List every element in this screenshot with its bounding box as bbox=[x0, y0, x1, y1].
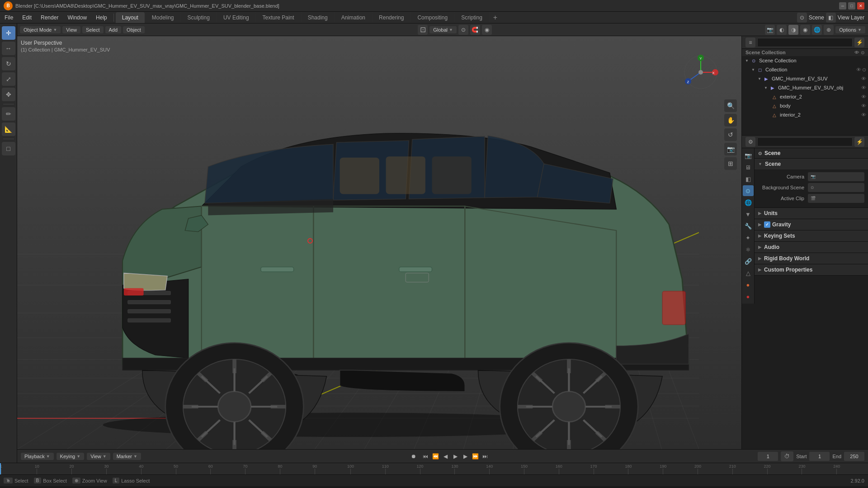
camera-icon[interactable]: 📷 bbox=[765, 25, 775, 35]
rigid-body-world-header[interactable]: ▶ Rigid Body World bbox=[755, 253, 868, 264]
eye-gmc-obj[interactable]: 👁 bbox=[861, 85, 866, 90]
viewport-3d[interactable]: User Perspective (1) Collection | GMC_Hu… bbox=[17, 36, 741, 449]
outliner-type-icon[interactable]: ≡ bbox=[745, 38, 755, 47]
timeline-view-menu[interactable]: View ▼ bbox=[87, 453, 110, 460]
outliner-search[interactable] bbox=[757, 38, 853, 47]
render-mode-3[interactable]: ◉ bbox=[800, 25, 810, 35]
navigation-gizmo[interactable]: X Y Z bbox=[683, 54, 719, 90]
prop-data-icon[interactable]: △ bbox=[743, 267, 754, 278]
playback-menu[interactable]: Playback ▼ bbox=[21, 453, 54, 460]
camera-tool-2[interactable]: 📷 bbox=[724, 143, 737, 155]
frame-track[interactable]: 1102030405060708090100110120130140150160… bbox=[0, 463, 868, 474]
outliner-item-gmc-suv[interactable]: ▼ ▶ GMC_Hummer_EV_SUV 👁 bbox=[742, 74, 868, 83]
snap-btn[interactable]: 🧲 bbox=[470, 25, 480, 35]
prop-object-icon[interactable]: ▼ bbox=[743, 209, 754, 220]
tool-scale[interactable]: ⤢ bbox=[2, 72, 15, 86]
keying-sets-section-header[interactable]: ▶ Keying Sets bbox=[755, 230, 868, 241]
tab-add-button[interactable]: + bbox=[490, 12, 501, 23]
tab-rendering[interactable]: Rendering bbox=[373, 12, 410, 23]
tool-measure[interactable]: 📐 bbox=[2, 122, 15, 136]
view-menu[interactable]: View bbox=[62, 26, 80, 33]
render-mode-1[interactable]: ◐ bbox=[777, 25, 787, 35]
object-menu[interactable]: Object bbox=[123, 26, 145, 33]
orbit-tool[interactable]: ↺ bbox=[724, 128, 737, 141]
tab-layout[interactable]: Layout bbox=[116, 12, 145, 23]
outliner-item-collection[interactable]: ▼ ◻ Collection 👁 ⊙ bbox=[742, 65, 868, 74]
gravity-section-header[interactable]: ▶ ✓ Gravity bbox=[755, 219, 868, 230]
properties-type-icon[interactable]: ⚙ bbox=[745, 137, 755, 147]
tool-add-cube[interactable]: □ bbox=[2, 142, 15, 155]
start-frame[interactable]: 1 bbox=[809, 452, 830, 461]
prop-shading-icon[interactable]: ● bbox=[743, 291, 754, 302]
prop-view-layer-icon[interactable]: ◧ bbox=[743, 174, 754, 184]
keying-menu[interactable]: Keying ▼ bbox=[57, 453, 85, 460]
tool-move[interactable]: ↔ bbox=[2, 42, 15, 55]
add-menu[interactable]: Add bbox=[105, 26, 122, 33]
menu-window[interactable]: Window bbox=[63, 12, 91, 23]
global-orientation[interactable]: Global ▼ bbox=[429, 26, 457, 33]
play-btn[interactable]: ▶ bbox=[451, 452, 460, 461]
prop-material-icon[interactable]: ● bbox=[743, 279, 754, 290]
prop-scene-icon[interactable]: ⊙ bbox=[743, 185, 754, 196]
current-frame[interactable]: 1 bbox=[758, 452, 778, 461]
properties-filter-icon[interactable]: ⚡ bbox=[854, 137, 864, 147]
overlay-btn[interactable]: ⊕ bbox=[824, 25, 834, 35]
prop-constraints-icon[interactable]: 🔗 bbox=[743, 256, 754, 267]
eye-collection[interactable]: 👁 bbox=[856, 67, 861, 72]
menu-render[interactable]: Render bbox=[36, 12, 63, 23]
tab-sculpting[interactable]: Sculpting bbox=[181, 12, 216, 23]
fullscreen-tool[interactable]: ⊞ bbox=[724, 157, 737, 170]
properties-search[interactable] bbox=[757, 137, 853, 146]
prop-modifier-icon[interactable]: 🔧 bbox=[743, 221, 754, 231]
object-mode-dropdown[interactable]: Object Mode ▼ bbox=[20, 26, 61, 33]
minimize-button[interactable]: ─ bbox=[839, 2, 846, 9]
next-keyframe-btn[interactable]: ▶ bbox=[461, 452, 470, 461]
prop-physics-icon[interactable]: ⚛ bbox=[743, 244, 754, 255]
tab-compositing[interactable]: Compositing bbox=[411, 12, 454, 23]
tab-scripting[interactable]: Scripting bbox=[455, 12, 489, 23]
pan-tool[interactable]: ✋ bbox=[724, 114, 737, 127]
menu-file[interactable]: File bbox=[0, 12, 18, 23]
options-btn[interactable]: Options ▼ bbox=[835, 26, 865, 33]
prev-frame-btn[interactable]: ⏪ bbox=[431, 452, 440, 461]
render-mode-2[interactable]: ◑ bbox=[788, 25, 798, 35]
prop-output-icon[interactable]: 🖥 bbox=[743, 162, 754, 173]
select-menu[interactable]: Select bbox=[82, 26, 104, 33]
editor-type-icon[interactable]: ⊡ bbox=[418, 25, 428, 35]
tool-rotate[interactable]: ↻ bbox=[2, 57, 15, 70]
tab-modeling[interactable]: Modeling bbox=[146, 12, 180, 23]
scene-section-header[interactable]: ▼ Scene bbox=[755, 159, 868, 169]
outliner-item-body[interactable]: △ body 👁 bbox=[742, 101, 868, 110]
tool-annotate[interactable]: ✏ bbox=[2, 107, 15, 121]
camera-value[interactable]: 📷 bbox=[808, 172, 864, 181]
close-button[interactable]: ✕ bbox=[857, 2, 864, 9]
tab-texture-paint[interactable]: Texture Paint bbox=[256, 12, 301, 23]
tab-uv-editing[interactable]: UV Editing bbox=[217, 12, 255, 23]
maximize-button[interactable]: □ bbox=[848, 2, 855, 9]
menu-help[interactable]: Help bbox=[91, 12, 112, 23]
outliner-item-exterior[interactable]: △ exterior_2 👁 bbox=[742, 92, 868, 101]
prop-particles-icon[interactable]: ✦ bbox=[743, 232, 754, 243]
marker-menu[interactable]: Marker ▼ bbox=[113, 453, 141, 460]
jump-start-btn[interactable]: ⏮ bbox=[421, 452, 430, 461]
prop-render-icon[interactable]: 📷 bbox=[743, 150, 754, 161]
eye-interior[interactable]: 👁 bbox=[861, 112, 866, 117]
record-btn[interactable]: ⏺ bbox=[409, 452, 418, 461]
outliner-view-eye[interactable]: 👁 bbox=[854, 50, 859, 55]
tab-shading[interactable]: Shading bbox=[302, 12, 334, 23]
zoom-tool[interactable]: 🔍 bbox=[724, 99, 737, 112]
outliner-item-gmc-obj[interactable]: ▼ ▶ GMC_Hummer_EV_SUV_obj 👁 bbox=[742, 83, 868, 92]
menu-edit[interactable]: Edit bbox=[18, 12, 36, 23]
tool-transform[interactable]: ✥ bbox=[2, 88, 15, 101]
tool-cursor[interactable]: ✛ bbox=[2, 26, 15, 40]
restrict-collection[interactable]: ⊙ bbox=[862, 67, 866, 73]
outliner-item-scene-collection[interactable]: ▼ ⊙ Scene Collection bbox=[742, 56, 868, 65]
bg-scene-value[interactable]: ⊙ bbox=[808, 183, 864, 192]
eye-exterior[interactable]: 👁 bbox=[861, 94, 866, 99]
proportional-editing-btn[interactable]: ⊙ bbox=[458, 25, 468, 35]
prop-world-icon[interactable]: 🌐 bbox=[743, 197, 754, 208]
render-mode-4[interactable]: 🌐 bbox=[812, 25, 822, 35]
fps-btn[interactable]: ⏱ bbox=[781, 451, 793, 461]
outliner-restrict-icon[interactable]: ⊙ bbox=[861, 50, 864, 55]
outliner-filter-icon[interactable]: ⚡ bbox=[854, 38, 864, 47]
